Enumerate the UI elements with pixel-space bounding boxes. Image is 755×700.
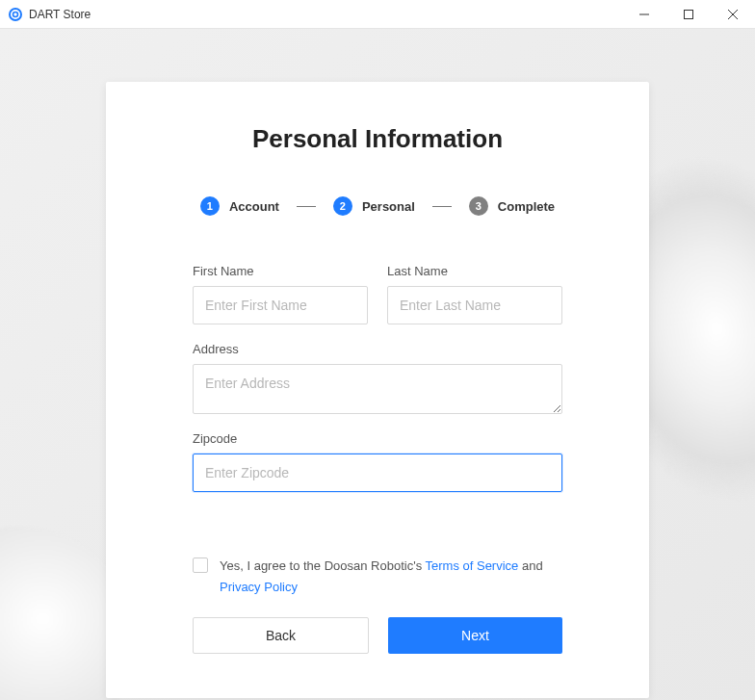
- step-account: 1 Account: [200, 196, 279, 216]
- step-complete: 3 Complete: [469, 196, 555, 216]
- title-left: DART Store: [8, 7, 91, 22]
- step-circle-3: 3: [469, 196, 488, 216]
- consent-mid: and: [518, 558, 542, 573]
- first-name-label: First Name: [193, 264, 368, 278]
- window-controls: [622, 0, 755, 29]
- zipcode-input[interactable]: [193, 454, 562, 492]
- consent-row: Yes, I agree to the Doosan Robotic's Ter…: [193, 556, 562, 598]
- zipcode-label: Zipcode: [193, 431, 562, 446]
- step-circle-1: 1: [200, 196, 220, 216]
- step-personal: 2 Personal: [333, 196, 415, 216]
- first-name-input[interactable]: [193, 286, 368, 324]
- page-title: Personal Information: [193, 124, 562, 154]
- step-label-3: Complete: [498, 199, 555, 214]
- terms-of-service-link[interactable]: Terms of Service: [426, 558, 519, 573]
- consent-checkbox[interactable]: [193, 557, 208, 573]
- step-divider: [297, 206, 316, 207]
- step-label-1: Account: [229, 199, 279, 214]
- stepper: 1 Account 2 Personal 3 Complete: [193, 196, 562, 216]
- svg-point-1: [13, 12, 18, 16]
- last-name-input[interactable]: [387, 286, 562, 324]
- minimize-button[interactable]: [622, 0, 666, 29]
- maximize-button[interactable]: [666, 0, 711, 29]
- back-button[interactable]: Back: [193, 617, 369, 654]
- step-divider: [432, 206, 452, 207]
- step-circle-2: 2: [333, 196, 352, 216]
- privacy-policy-link[interactable]: Privacy Policy: [220, 580, 298, 594]
- svg-rect-3: [685, 10, 693, 18]
- address-label: Address: [193, 342, 562, 356]
- consent-text: Yes, I agree to the Doosan Robotic's Ter…: [220, 556, 562, 598]
- address-input[interactable]: [193, 364, 562, 414]
- step-label-2: Personal: [362, 199, 415, 214]
- consent-prefix: Yes, I agree to the Doosan Robotic's: [220, 558, 426, 573]
- app-title: DART Store: [29, 8, 91, 21]
- app-icon: [8, 7, 23, 22]
- next-button[interactable]: Next: [388, 617, 562, 654]
- form-card: Personal Information 1 Account 2 Persona…: [106, 82, 649, 698]
- title-bar: DART Store: [0, 0, 755, 29]
- backdrop: Personal Information 1 Account 2 Persona…: [0, 29, 755, 700]
- close-button[interactable]: [711, 0, 755, 29]
- last-name-label: Last Name: [387, 264, 562, 278]
- svg-point-0: [10, 9, 21, 20]
